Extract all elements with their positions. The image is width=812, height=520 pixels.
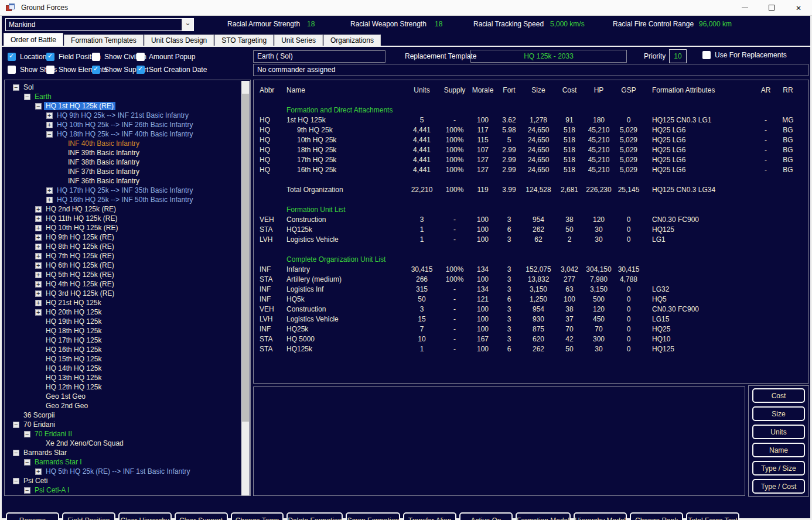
tree-item[interactable]: Psi Ceti-A I xyxy=(5,485,241,495)
tab-formation-templates[interactable]: Formation Templates xyxy=(64,35,144,46)
tree-item[interactable]: HQ 10th HQ 25k --> INF 26th Basic Infant… xyxy=(5,120,241,129)
tab-organizations[interactable]: Organizations xyxy=(323,35,381,46)
tree-expander-icon[interactable] xyxy=(35,234,42,241)
tree-item[interactable]: Geo 2nd Geo xyxy=(5,401,241,410)
tree-item[interactable]: Barnards Star xyxy=(5,448,241,457)
option-checkbox[interactable]: Show Support xyxy=(92,63,137,76)
tree-expander-icon[interactable] xyxy=(35,225,42,231)
size-sort-button[interactable]: Size xyxy=(752,406,805,421)
tab-order-of-battle[interactable]: Order of Battle xyxy=(4,33,63,46)
tree-expander-icon[interactable] xyxy=(35,103,42,110)
checkbox-icon[interactable] xyxy=(8,53,16,61)
tree-expander-icon[interactable] xyxy=(13,422,19,428)
checkbox-icon[interactable] xyxy=(92,66,100,74)
tree-item[interactable]: INF 40th Basic Infantry xyxy=(5,139,241,148)
total-force-text-button[interactable]: Total Force Text xyxy=(686,512,739,520)
tree-item[interactable]: HQ 13th HQ 125k xyxy=(5,373,241,382)
tree-item[interactable]: HQ 21st HQ 125k xyxy=(5,298,241,307)
tab-sto-targeting[interactable]: STO Targeting xyxy=(214,35,274,46)
tree-expander-icon[interactable] xyxy=(13,450,19,456)
minimize-icon[interactable] xyxy=(731,0,758,15)
clear-support-button[interactable]: Clear Support xyxy=(175,512,228,520)
type-cost-sort-button[interactable]: Type / Cost xyxy=(752,479,805,494)
checkbox-icon[interactable] xyxy=(137,53,145,61)
tree-item[interactable]: HQ 15th HQ 125k xyxy=(5,354,241,364)
priority-field[interactable]: 10 xyxy=(669,49,687,63)
option-checkbox[interactable]: Location xyxy=(8,50,46,63)
tree-expander-icon[interactable] xyxy=(35,272,42,278)
tree-expander-icon[interactable] xyxy=(24,459,30,466)
tree-item[interactable]: INF 36th Basic Infantry xyxy=(5,176,241,186)
tree-item[interactable]: HQ 16th HQ 125k xyxy=(5,345,241,354)
tree-item[interactable]: HQ 4th HQ 125k (RE) xyxy=(5,279,241,289)
use-for-replacements-checkbox[interactable]: Use For Replacements xyxy=(702,51,787,59)
close-icon[interactable] xyxy=(785,0,812,15)
tree-item[interactable]: HQ 5th HQ 25k (RE) --> INF 1st Basic Inf… xyxy=(5,467,241,476)
tree-item[interactable]: HQ 17th HQ 125k xyxy=(5,336,241,345)
tab-unit-class-design[interactable]: Unit Class Design xyxy=(144,35,214,46)
formation-medal-button[interactable]: Formation Medal xyxy=(516,512,571,520)
tree-item[interactable]: HQ 16th HQ 25k --> INF 50th Basic Infant… xyxy=(5,195,241,204)
tree-item[interactable]: HQ 8th HQ 125k (RE) xyxy=(5,242,241,251)
location-field[interactable]: Earth ( Sol) xyxy=(253,50,385,63)
tree-item[interactable]: HQ 1st HQ 125k (RE) xyxy=(5,101,241,111)
checkbox-icon[interactable] xyxy=(92,53,100,61)
tree-scrollbar-thumb[interactable] xyxy=(242,94,249,422)
name-sort-button[interactable]: Name xyxy=(752,443,805,457)
tree-expander-icon[interactable] xyxy=(46,112,53,119)
field-position-button[interactable]: Field Position xyxy=(62,512,115,520)
tree-expander-icon[interactable] xyxy=(24,431,30,437)
option-checkbox[interactable]: Sort Creation Date xyxy=(137,63,195,76)
tree-expander-icon[interactable] xyxy=(35,244,42,250)
tree-expander-icon[interactable] xyxy=(46,187,53,194)
tree-expander-icon[interactable] xyxy=(35,262,42,269)
tree-expander-icon[interactable] xyxy=(13,478,19,484)
replacement-template-field[interactable]: HQ 125k - 2033 xyxy=(470,50,627,63)
tree-expander-icon[interactable] xyxy=(35,300,42,306)
transfer-alien-button[interactable]: Transfer Alien xyxy=(403,512,456,520)
tree-scrollbar[interactable] xyxy=(241,81,250,496)
units-sort-button[interactable]: Units xyxy=(752,425,805,439)
hierarchy-medal-button[interactable]: Hierarchy Medal xyxy=(574,512,627,520)
maximize-icon[interactable] xyxy=(758,0,785,15)
tree-expander-icon[interactable] xyxy=(35,206,42,213)
tree-item[interactable]: Geo 1st Geo xyxy=(5,392,241,401)
scrap-formation-button[interactable]: Scrap Formation xyxy=(346,512,400,520)
tree-item[interactable]: INF 38th Basic Infantry xyxy=(5,158,241,167)
tree-expander-icon[interactable] xyxy=(35,290,42,297)
tab-unit-series[interactable]: Unit Series xyxy=(274,35,323,46)
tree-expander-icon[interactable] xyxy=(35,309,42,316)
tree-item[interactable]: HQ 9th HQ 25k --> INF 21st Basic Infantr… xyxy=(5,111,241,120)
tree-item[interactable]: HQ 7th HQ 125k (RE) xyxy=(5,251,241,261)
option-checkbox[interactable]: Show Civilian xyxy=(92,50,137,63)
tree-item[interactable]: HQ 20th HQ 125k xyxy=(5,307,241,317)
tree-item[interactable]: HQ 18th HQ 125k xyxy=(5,326,241,336)
tree-expander-icon[interactable] xyxy=(46,122,53,128)
tree-item[interactable]: INF 39th Basic Infantry xyxy=(5,148,241,158)
tree-expander-icon[interactable] xyxy=(35,215,42,222)
tree-expander-icon[interactable] xyxy=(24,94,30,100)
tree-item[interactable]: Earth xyxy=(5,92,241,101)
checkbox-icon[interactable] xyxy=(702,51,711,59)
type-size-sort-button[interactable]: Type / Size xyxy=(752,461,805,475)
tree-item[interactable]: 70 Eridani xyxy=(5,420,241,429)
tree-item[interactable]: 36 Scorpii xyxy=(5,410,241,420)
tree-item[interactable]: Sol xyxy=(5,83,241,92)
tree-item[interactable]: HQ 9th HQ 125k (RE) xyxy=(5,232,241,242)
tree-expander-icon[interactable] xyxy=(46,197,53,203)
tree-expander-icon[interactable] xyxy=(35,253,42,259)
delete-formation-button[interactable]: Delete Formation xyxy=(286,512,343,520)
checkbox-icon[interactable] xyxy=(8,66,16,74)
tree-item[interactable]: Xe 2nd Xeno/Con Squad xyxy=(5,439,241,448)
tree-item[interactable]: Psi Ceti xyxy=(5,476,241,485)
tree-item[interactable]: HQ 18th HQ 25k --> INF 40th Basic Infant… xyxy=(5,129,241,139)
tree-item[interactable]: INF 37th Basic Infantry xyxy=(5,167,241,176)
option-checkbox[interactable]: Show Ships xyxy=(8,63,46,76)
cost-sort-button[interactable]: Cost xyxy=(752,388,805,403)
tree-expander-icon[interactable] xyxy=(35,468,42,475)
tree-expander-icon[interactable] xyxy=(13,84,19,91)
change-rank-button[interactable]: Change Rank xyxy=(630,512,683,520)
tree-item[interactable]: 70 Eridani II xyxy=(5,429,241,439)
tree-expander-icon[interactable] xyxy=(35,281,42,288)
tree-item[interactable]: HQ 12th HQ 125k xyxy=(5,382,241,392)
